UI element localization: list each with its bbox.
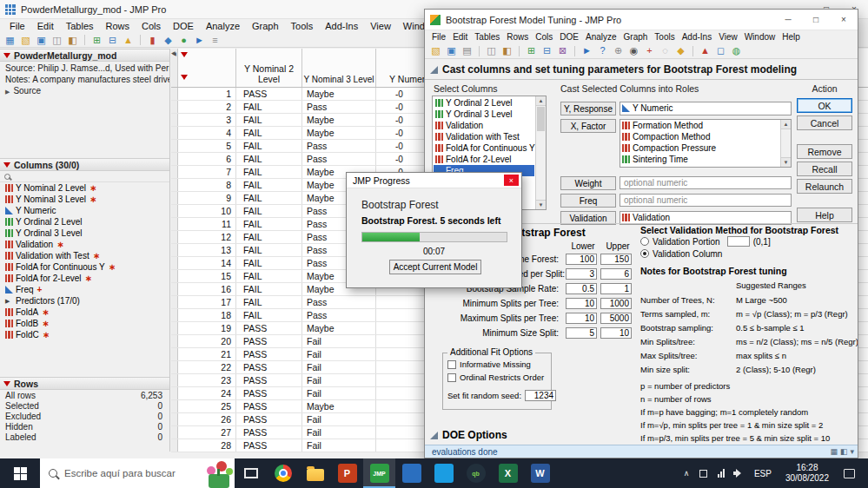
menu-addins[interactable]: Add-Ins xyxy=(679,32,715,42)
row-state-cell[interactable] xyxy=(171,88,178,100)
rows-stat[interactable]: All rows6,253 xyxy=(0,390,169,400)
row-state-cell[interactable] xyxy=(171,387,178,399)
menu-analyze[interactable]: Analyze xyxy=(582,32,620,42)
annotate-icon[interactable]: ▲ xyxy=(699,44,712,57)
cell-y-nominal-3[interactable]: Fail xyxy=(302,387,376,399)
cell-y-nominal-2[interactable]: PASS xyxy=(236,387,302,399)
row-number[interactable]: 26 xyxy=(178,413,236,425)
row-state-cell[interactable] xyxy=(171,439,178,452)
row-number[interactable]: 13 xyxy=(178,244,236,256)
open-icon[interactable]: ▧ xyxy=(19,34,32,47)
list-item[interactable]: Compaction Method xyxy=(620,131,780,142)
disclosure-icon[interactable]: ▶ xyxy=(5,89,10,95)
save-icon[interactable]: ▣ xyxy=(35,34,48,47)
paste-icon[interactable]: ◧ xyxy=(66,34,79,47)
subset-icon[interactable]: ⊠ xyxy=(556,44,569,57)
cell-y-nominal-3[interactable]: Fail xyxy=(302,426,376,439)
cell-y-nominal-3[interactable]: Pass xyxy=(302,296,376,308)
summary-icon[interactable]: ⊟ xyxy=(540,44,553,57)
chrome-icon[interactable] xyxy=(267,458,299,488)
lower-input[interactable]: 10 xyxy=(566,313,597,324)
lasso-tool-icon[interactable]: ◌ xyxy=(659,44,672,57)
cell-y-nominal-2[interactable]: FAIL xyxy=(236,205,302,217)
quickbooks-icon[interactable]: qb xyxy=(460,458,492,488)
row-state-cell[interactable] xyxy=(171,309,178,321)
column-item[interactable]: Freq+ xyxy=(0,284,169,295)
row-state-cell[interactable] xyxy=(171,413,178,425)
validation-portion-input[interactable] xyxy=(727,236,750,247)
menu-cols[interactable]: Cols xyxy=(532,32,556,42)
cell-y-nominal-2[interactable]: PASS xyxy=(236,439,302,452)
list-item[interactable]: Y Numeric xyxy=(620,102,791,114)
list-item[interactable]: FoldA for Continuous Y xyxy=(434,142,534,154)
close-button[interactable]: × xyxy=(830,10,858,30)
y-role-box[interactable]: Y Numeric xyxy=(620,102,792,115)
cell-y-nominal-2[interactable]: FAIL xyxy=(236,127,302,139)
cancel-button[interactable]: Cancel xyxy=(797,115,852,130)
cell-y-nominal-2[interactable]: FAIL xyxy=(236,270,302,282)
magnifier-tool-icon[interactable]: ◉ xyxy=(627,44,640,57)
menu-doe[interactable]: DOE xyxy=(167,21,200,31)
list-item[interactable]: Validation with Test xyxy=(434,131,534,142)
minimize-button[interactable]: ─ xyxy=(774,10,802,30)
menu-graph[interactable]: Graph xyxy=(620,32,652,42)
help-button[interactable]: Help xyxy=(797,208,852,222)
list-item[interactable]: Y Ordinal 3 Level xyxy=(434,109,534,120)
weight-field[interactable]: optional numeric xyxy=(620,176,792,189)
row-state-cell[interactable] xyxy=(171,179,178,191)
rows-stat[interactable]: Hidden0 xyxy=(0,421,169,432)
row-state-cell[interactable] xyxy=(171,153,178,165)
weight-button[interactable]: Weight xyxy=(560,176,616,190)
menu-analyze[interactable]: Analyze xyxy=(200,21,246,31)
close-button[interactable]: × xyxy=(504,175,519,186)
flow-icon[interactable]: ► xyxy=(193,34,206,47)
column-item[interactable]: FoldC∗ xyxy=(0,329,169,340)
row-number[interactable]: 5 xyxy=(178,140,236,152)
cell-y-nominal-3[interactable]: Fail xyxy=(302,348,376,360)
row-state-cell[interactable] xyxy=(171,374,178,386)
network-icon[interactable] xyxy=(712,458,730,488)
row-number[interactable]: 6 xyxy=(178,153,236,165)
cell-y-nominal-3[interactable]: Fail xyxy=(302,413,376,425)
row-number[interactable]: 1 xyxy=(178,88,236,100)
graph-builder-icon[interactable]: ● xyxy=(177,34,190,47)
scroll-thumb[interactable] xyxy=(537,107,545,131)
radio-option[interactable]: Validation Portion(0,1] xyxy=(640,235,771,247)
row-number[interactable]: 7 xyxy=(178,166,236,178)
row-number[interactable]: 23 xyxy=(178,374,236,386)
cell-y-nominal-3[interactable]: Fail xyxy=(302,439,376,452)
scroll-up-icon[interactable]: ▲ xyxy=(536,96,546,106)
volume-icon[interactable] xyxy=(730,458,747,488)
columns-search[interactable] xyxy=(0,171,169,182)
row-number[interactable]: 3 xyxy=(178,114,236,126)
menu-help[interactable]: Help xyxy=(779,32,804,42)
app-icon-blue-2[interactable] xyxy=(427,458,460,488)
file-explorer-icon[interactable] xyxy=(299,458,331,488)
radio-option[interactable]: Validation Column xyxy=(640,247,771,260)
row-number[interactable]: 10 xyxy=(178,205,236,217)
list-item[interactable]: Validation xyxy=(434,120,534,131)
rows-panel-header[interactable]: Rows xyxy=(0,377,169,390)
row-number[interactable]: 19 xyxy=(178,322,236,334)
row-number[interactable]: 14 xyxy=(178,257,236,269)
script-icon[interactable]: ≡ xyxy=(209,34,222,47)
row-state-cell[interactable] xyxy=(171,296,178,308)
menu-rows[interactable]: Rows xyxy=(503,32,532,42)
row-number[interactable]: 16 xyxy=(178,283,236,295)
list-item[interactable]: Compaction Pressure xyxy=(620,142,780,154)
cell-y-nominal-2[interactable]: FAIL xyxy=(236,309,302,321)
upper-input[interactable]: 10 xyxy=(600,327,632,339)
cell-y-nominal-3[interactable]: Pass xyxy=(302,309,376,321)
jmp-app-icon[interactable]: JMP xyxy=(363,458,395,488)
row-state-cell[interactable] xyxy=(171,283,178,295)
cell-y-nominal-2[interactable]: FAIL xyxy=(236,231,302,243)
table-red-triangle-icon[interactable] xyxy=(181,52,188,57)
row-state-cell[interactable] xyxy=(171,166,178,178)
radio-button[interactable] xyxy=(640,249,649,258)
cell-y-nominal-3[interactable]: Maybe xyxy=(302,400,376,412)
cell-y-nominal-2[interactable]: FAIL xyxy=(236,166,302,178)
freq-field[interactable]: optional numeric xyxy=(620,194,792,207)
row-number[interactable]: 15 xyxy=(178,270,236,282)
row-state-cell[interactable] xyxy=(171,335,178,347)
rows-stat[interactable]: Labeled0 xyxy=(0,432,169,442)
